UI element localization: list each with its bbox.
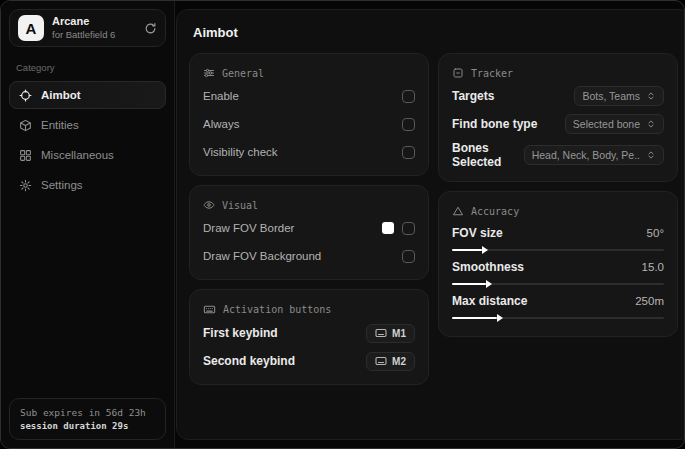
find-bone-type-select[interactable]: Selected bone	[565, 114, 664, 134]
accuracy-card-header: Accuracy	[452, 205, 664, 217]
tracker-card: Tracker Targets Bots, Teams	[438, 53, 678, 182]
setting-label: Draw FOV Border	[203, 222, 294, 234]
keybind-value: M1	[392, 328, 406, 339]
card-title: General	[222, 68, 264, 79]
sync-icon[interactable]	[144, 22, 157, 35]
select-value: Head, Neck, Body, Pe..	[532, 149, 640, 161]
tracker-row-find-bone-type: Find bone type Selected bone	[452, 113, 664, 135]
targets-select[interactable]: Bots, Teams	[574, 86, 664, 106]
main-panel: Aimbot	[176, 9, 685, 440]
second-keybind-button[interactable]: M2	[366, 352, 415, 371]
sliders-icon	[203, 67, 215, 79]
page-title: Aimbot	[193, 25, 674, 40]
tracker-row-bones-selected: Bones Selected Head, Neck, Body, Pe..	[452, 141, 664, 169]
chevron-up-down-icon	[646, 119, 656, 129]
chevron-up-down-icon	[646, 150, 656, 160]
sidebar-item-settings[interactable]: Settings	[9, 171, 166, 199]
sub-expires-text: Sub expires in 56d 23h	[20, 407, 155, 418]
tracker-row-targets: Targets Bots, Teams	[452, 85, 664, 107]
card-title: Accuracy	[471, 206, 519, 217]
slider-group-smoothness: Smoothness 15.0	[452, 260, 664, 285]
chevron-up-down-icon	[646, 91, 656, 101]
general-card-header: General	[203, 67, 415, 79]
app-logo-card: A Arcane for Battlefield 6	[9, 9, 166, 47]
tracker-card-header: Tracker	[452, 67, 664, 79]
slider-fill	[452, 283, 486, 285]
sidebar-item-label: Settings	[41, 179, 83, 191]
tracker-label: Bones Selected	[452, 141, 524, 169]
setting-label: Visibility check	[203, 146, 278, 158]
sidebar-item-label: Entities	[41, 119, 79, 131]
keybind-label: Second keybind	[203, 354, 295, 368]
left-column: General Enable Always Visibility check	[189, 53, 429, 385]
keybind-row-first: First keybind M1	[203, 322, 415, 344]
slider-group-max-distance: Max distance 250m	[452, 294, 664, 319]
select-value: Selected bone	[573, 118, 640, 130]
general-card: General Enable Always Visibility check	[189, 53, 429, 176]
keyboard-icon	[375, 328, 387, 338]
keyboard-icon	[203, 303, 216, 316]
activation-card-header: Activation buttons	[203, 303, 415, 316]
draw-fov-background-checkbox[interactable]	[402, 250, 415, 263]
slider-fill	[452, 317, 497, 319]
grid-icon	[19, 149, 32, 162]
tracker-label: Find bone type	[452, 117, 537, 131]
slider-value: 50°	[647, 227, 664, 239]
sidebar-item-label: Miscellaneous	[41, 149, 114, 161]
cube-icon	[19, 119, 32, 132]
keyboard-icon	[375, 356, 387, 366]
slider-label: Max distance	[452, 294, 527, 308]
tracker-label: Targets	[452, 89, 494, 103]
keybind-label: First keybind	[203, 326, 278, 340]
setting-label: Draw FOV Background	[203, 250, 321, 262]
app-logo: A	[18, 15, 44, 41]
category-label: Category	[16, 62, 159, 73]
sidebar-nav: Aimbot Entities	[9, 81, 166, 199]
slider-label: Smoothness	[452, 260, 524, 274]
visual-card: Visual Draw FOV Border Draw FOV Backgrou…	[189, 185, 429, 280]
smoothness-slider[interactable]	[452, 283, 664, 285]
bones-selected-select[interactable]: Head, Neck, Body, Pe..	[524, 145, 664, 165]
first-keybind-button[interactable]: M1	[366, 324, 415, 343]
keybind-row-second: Second keybind M2	[203, 350, 415, 372]
setting-row-draw-fov-background: Draw FOV Background	[203, 245, 415, 267]
activation-buttons-card: Activation buttons First keybind	[189, 289, 429, 385]
fov-border-color-swatch[interactable]	[382, 222, 394, 234]
eye-icon	[203, 199, 215, 211]
setting-row-visibility-check: Visibility check	[203, 141, 415, 163]
sidebar-item-label: Aimbot	[41, 89, 81, 101]
content-columns: General Enable Always Visibility check	[189, 53, 678, 385]
triangle-icon	[452, 205, 464, 217]
max-distance-slider[interactable]	[452, 317, 664, 319]
card-title: Visual	[222, 200, 258, 211]
scan-target-icon	[452, 67, 464, 79]
right-column: Tracker Targets Bots, Teams	[438, 53, 678, 385]
sidebar-item-miscellaneous[interactable]: Miscellaneous	[9, 141, 166, 169]
setting-label: Enable	[203, 90, 239, 102]
select-value: Bots, Teams	[582, 90, 640, 102]
setting-label: Always	[203, 118, 239, 130]
app-subtitle: for Battlefield 6	[52, 29, 115, 41]
setting-row-always: Always	[203, 113, 415, 135]
draw-fov-border-checkbox[interactable]	[402, 222, 415, 235]
subscription-status-card: Sub expires in 56d 23h session duration …	[9, 398, 166, 440]
setting-row-draw-fov-border: Draw FOV Border	[203, 217, 415, 239]
always-checkbox[interactable]	[402, 118, 415, 131]
app-window: A Arcane for Battlefield 6 Category	[0, 0, 685, 449]
slider-label: FOV size	[452, 226, 503, 240]
slider-value: 250m	[635, 295, 664, 307]
sidebar-item-entities[interactable]: Entities	[9, 111, 166, 139]
fov-size-slider[interactable]	[452, 249, 664, 251]
sidebar-item-aimbot[interactable]: Aimbot	[9, 81, 166, 109]
crosshair-icon	[19, 89, 32, 102]
session-duration-text: session duration 29s	[20, 421, 155, 431]
enable-checkbox[interactable]	[402, 90, 415, 103]
main-area: Aimbot	[175, 1, 685, 448]
visibility-check-checkbox[interactable]	[402, 146, 415, 159]
gear-icon	[19, 179, 32, 192]
card-title: Tracker	[471, 68, 513, 79]
slider-value: 15.0	[642, 261, 664, 273]
sidebar: A Arcane for Battlefield 6 Category	[1, 1, 175, 448]
visual-card-header: Visual	[203, 199, 415, 211]
slider-fill	[452, 249, 482, 251]
